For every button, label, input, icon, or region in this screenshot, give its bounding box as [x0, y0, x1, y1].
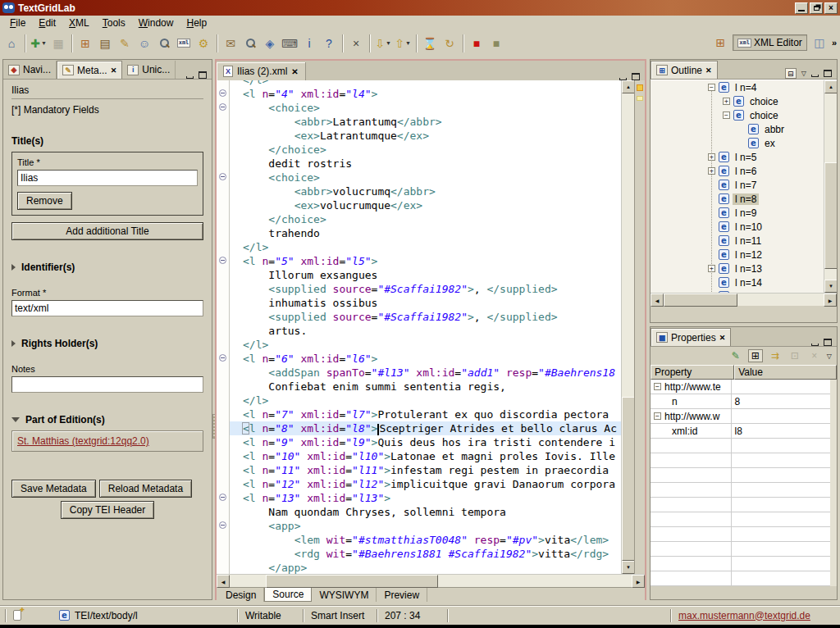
- outline-item[interactable]: +el n=6: [651, 164, 837, 178]
- code-line[interactable]: <ex>volucrumque</ex>: [230, 198, 621, 212]
- restore-button[interactable]: [810, 2, 823, 14]
- collapse-icon[interactable]: −: [723, 111, 730, 119]
- scroll-down-button[interactable]: ▼: [622, 561, 635, 574]
- dropdown-arrow-icon[interactable]: ▼: [41, 40, 47, 46]
- show-advanced-icon[interactable]: ⇉: [768, 350, 783, 362]
- outline-item[interactable]: el n=12: [651, 248, 837, 262]
- maximize-editor-icon[interactable]: [632, 73, 640, 80]
- property-row[interactable]: −http://www.te: [651, 380, 830, 394]
- code-line[interactable]: <choice>: [230, 101, 621, 115]
- export-button[interactable]: ⇧▼: [393, 34, 413, 53]
- minimize-view-icon[interactable]: [186, 76, 194, 79]
- outline-item[interactable]: eabbr: [651, 122, 837, 136]
- menu-window[interactable]: Window: [132, 16, 180, 30]
- outline-item[interactable]: el n=8: [651, 192, 837, 206]
- identifiers-section-header[interactable]: Identifier(s): [11, 262, 203, 273]
- menu-edit[interactable]: Edit: [32, 16, 62, 30]
- expand-icon[interactable]: +: [708, 167, 715, 175]
- scroll-left-button[interactable]: ◀: [217, 575, 230, 588]
- editor-mode-tab-source[interactable]: Source: [264, 588, 312, 602]
- code-line[interactable]: <ex>Latrantumque</ex>: [230, 129, 621, 143]
- collapse-all-icon[interactable]: ⊟: [785, 68, 797, 79]
- view-tab-meta[interactable]: ✎Meta...✕: [57, 61, 122, 79]
- property-row[interactable]: xml:idl8: [651, 424, 830, 439]
- folding-margin[interactable]: [217, 80, 230, 574]
- view-tab-navi[interactable]: ◈Navi...: [3, 61, 57, 79]
- close-outline-icon[interactable]: ✕: [705, 66, 712, 75]
- record-olive-button[interactable]: ■: [486, 34, 506, 53]
- maximize-view-icon[interactable]: [199, 71, 207, 79]
- restore-default-icon[interactable]: ⊡: [788, 350, 802, 362]
- code-line[interactable]: dedit rostris: [230, 157, 621, 171]
- text-text-editor-button[interactable]: ⌨: [280, 34, 299, 53]
- menu-xml[interactable]: XML: [62, 16, 96, 30]
- help-button[interactable]: ?: [319, 34, 339, 53]
- tab-properties[interactable]: ▦ Properties ✕: [651, 328, 731, 346]
- code-line[interactable]: Nam quondam Chryses, sollemni tempora: [230, 505, 621, 519]
- rights-section-header[interactable]: Rights Holder(s): [11, 338, 203, 349]
- code-line[interactable]: artus.: [230, 324, 621, 338]
- search-results-button[interactable]: [240, 34, 260, 53]
- editor-mode-tab-wysiwym[interactable]: WYSIWYM: [312, 588, 377, 602]
- menu-tools[interactable]: Tools: [96, 16, 132, 30]
- code-line[interactable]: <l n="11" xml:id="l11">infestam regi pes…: [230, 463, 621, 477]
- format-input[interactable]: [11, 300, 203, 316]
- code-line[interactable]: </choice>: [230, 143, 621, 157]
- fold-collapse-icon[interactable]: [219, 173, 226, 180]
- code-line[interactable]: </l>: [230, 338, 621, 352]
- current-line[interactable]: <l n="8" xml:id="l8">Sceptriger Atrides …: [230, 421, 621, 435]
- perspective-xml-editor[interactable]: xml XML Editor: [733, 34, 807, 51]
- code-line[interactable]: <l n="10" xml:id="l10">Latonae et magni …: [230, 449, 621, 463]
- open-perspective-button[interactable]: ⊞: [710, 33, 730, 52]
- import-button[interactable]: ⇩▼: [373, 34, 393, 53]
- copy-tei-header-button[interactable]: Copy TEI Header: [61, 501, 155, 519]
- outline-item[interactable]: el n=10: [651, 220, 837, 234]
- fold-collapse-icon[interactable]: [219, 103, 226, 111]
- edition-section-header[interactable]: Part of Edition(s): [11, 414, 203, 425]
- close-view-icon[interactable]: ✕: [111, 66, 117, 75]
- code-line[interactable]: Illorum exsangues: [230, 268, 621, 282]
- minimize-outline-icon[interactable]: [811, 75, 819, 77]
- menu-help[interactable]: Help: [180, 16, 213, 30]
- collapse-icon[interactable]: −: [708, 84, 715, 91]
- fold-collapse-icon[interactable]: [219, 89, 226, 97]
- code-line[interactable]: <lem wit="#stmatthiasT0048" resp="#pv">v…: [230, 533, 621, 547]
- expand-icon[interactable]: +: [708, 265, 715, 272]
- code-line[interactable]: <l n="9" xml:id="l9">Quis deus hos ira t…: [230, 435, 621, 449]
- image-link-editor-button[interactable]: ✎: [115, 34, 135, 53]
- view-menu-icon[interactable]: ▽: [827, 353, 832, 360]
- show-categories-icon[interactable]: ⊞: [748, 349, 763, 362]
- fold-collapse-icon[interactable]: [219, 494, 226, 501]
- maximize-properties-icon[interactable]: [824, 339, 832, 346]
- publish-button[interactable]: ⌛: [420, 34, 440, 53]
- annotation-marker-icon[interactable]: [637, 84, 643, 91]
- metadata-editor-button[interactable]: ✉: [221, 34, 240, 53]
- save-button[interactable]: ▦: [48, 34, 68, 53]
- dropdown-arrow-icon[interactable]: ▼: [405, 40, 411, 46]
- code-line[interactable]: </l>: [230, 394, 621, 407]
- perspective-overflow-chevron[interactable]: »: [832, 38, 837, 48]
- view-tab-unic[interactable]: iUnic...: [122, 61, 176, 79]
- delete-button[interactable]: ×: [346, 34, 366, 53]
- code-line[interactable]: inhumatis ossibus: [230, 296, 621, 310]
- property-row[interactable]: −http://www.w: [651, 409, 830, 424]
- outline-item[interactable]: el n=11: [651, 234, 837, 248]
- scroll-up-button[interactable]: ▲: [622, 80, 635, 93]
- dictionary-button[interactable]: ▤: [95, 34, 115, 53]
- code-line[interactable]: <l n="7" xml:id="l7">Protulerant ex quo …: [230, 407, 621, 421]
- code-line[interactable]: <l n="5" xml:id="l5">: [230, 254, 621, 268]
- overview-ruler[interactable]: [634, 80, 645, 574]
- editor-mode-tab-preview[interactable]: Preview: [377, 588, 427, 602]
- fast-view-icon[interactable]: [13, 610, 21, 621]
- search-button[interactable]: [154, 34, 174, 53]
- add-additional-title-button[interactable]: Add additional Title: [11, 222, 203, 240]
- editor-horizontal-scrollbar[interactable]: ◀ ▶: [217, 574, 645, 587]
- outline-item[interactable]: +el n=13: [651, 262, 837, 275]
- horizontal-scroll-thumb[interactable]: [664, 294, 737, 307]
- code-line[interactable]: <l n="6" xml:id="l6">: [230, 352, 621, 366]
- code-line[interactable]: <abbr>Latrantumq</abbr>: [230, 115, 621, 129]
- other-perspective-button[interactable]: ◫: [810, 33, 829, 52]
- code-line[interactable]: Confiebat enim summi sententia regis,: [230, 380, 621, 394]
- user-administration-button[interactable]: ⚙: [194, 34, 213, 53]
- outline-item[interactable]: −echoice: [651, 108, 837, 122]
